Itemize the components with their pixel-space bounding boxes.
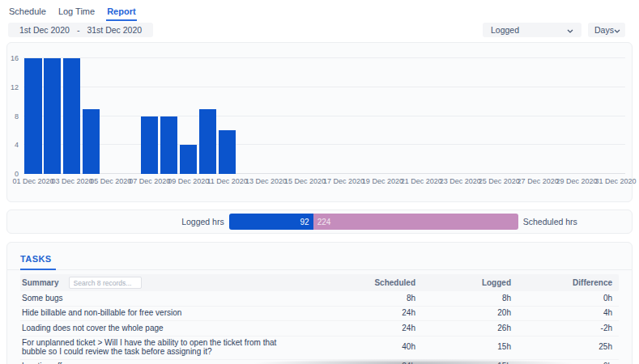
tab-tasks[interactable]: TASKS <box>20 254 56 270</box>
x-axis-tick-label: 05 Dec 2020 <box>90 177 131 185</box>
logged-cell: 26h <box>422 324 518 333</box>
task-summary-cell: For unplanned ticket > Will I have the a… <box>20 339 333 356</box>
difference-cell: -2h <box>518 324 619 333</box>
bar-slot <box>101 58 121 174</box>
logged-segment: 92 <box>229 214 313 230</box>
tab-report[interactable]: Report <box>106 6 136 21</box>
controls-row: 1st Dec 2020 - 31st Dec 2020 Logged Days <box>8 23 625 37</box>
bar-slot <box>470 58 489 174</box>
date-range-picker[interactable]: 1st Dec 2020 - 31st Dec 2020 <box>8 23 153 37</box>
table-row[interactable]: Log timeoff24h15h9h <box>20 360 619 364</box>
table-row[interactable]: Some bugs8h8h0h <box>20 291 619 307</box>
y-axis-tick-label: 16 <box>11 55 19 62</box>
difference-cell: 0h <box>518 294 619 303</box>
x-axis-tick-label: 07 Dec 2020 <box>129 177 170 185</box>
y-axis-tick-label: 8 <box>15 112 19 120</box>
bar-slot <box>82 58 101 174</box>
unit-select-value: Days <box>594 25 614 35</box>
task-summary-cell: Some bugs <box>20 294 333 303</box>
logged-hours-chart-panel: 0481216 01 Dec 202003 Dec 202005 Dec 202… <box>6 42 633 202</box>
x-axis-labels: 01 Dec 202003 Dec 202005 Dec 202007 Dec … <box>23 177 625 186</box>
bar-slot <box>334 58 354 174</box>
hours-progress-bar: 92 224 <box>229 214 518 230</box>
bar-slot <box>43 58 62 174</box>
column-header-summary: Summary <box>22 278 59 287</box>
x-axis-tick-label: 23 Dec 2020 <box>440 177 481 185</box>
chevron-down-icon <box>567 25 573 35</box>
difference-cell: 4h <box>518 309 619 318</box>
bar-slot <box>276 58 296 174</box>
plot-area: 0481216 <box>23 58 625 174</box>
filter-controls: Logged Days <box>483 23 625 37</box>
scheduled-cell: 8h <box>333 294 422 303</box>
bar-slot <box>431 58 450 174</box>
top-tab-bar: Schedule Log Time Report <box>0 0 639 21</box>
x-axis-tick-label: 01 Dec 2020 <box>12 177 53 185</box>
table-row[interactable]: Hide billable and non-billable for free … <box>20 307 619 322</box>
x-axis-tick-label: 31 Dec 2020 <box>594 177 636 185</box>
bar-slot <box>373 58 392 174</box>
hours-summary-panel: Logged hrs 92 224 Scheduled hrs <box>6 210 633 234</box>
tasks-table-header: Summary Scheduled Logged Difference <box>20 274 619 291</box>
bar-slot <box>179 58 198 174</box>
scheduled-value: 224 <box>317 218 331 226</box>
bars-layer <box>23 58 625 174</box>
scheduled-cell: 24h <box>333 309 422 318</box>
bar-01 Dec 2020 <box>24 58 41 174</box>
unit-select[interactable]: Days <box>588 23 625 37</box>
task-summary-cell: Loading does not cover the whole page <box>20 324 333 333</box>
bar-slot <box>606 58 625 174</box>
difference-cell: 25h <box>518 343 619 352</box>
table-row[interactable]: Loading does not cover the whole page24h… <box>20 321 619 336</box>
hours-progress-group: Logged hrs 92 224 Scheduled hrs <box>181 214 577 230</box>
bar-slot <box>296 58 315 174</box>
date-range-start: 1st Dec 2020 <box>19 25 70 35</box>
column-header-scheduled: Scheduled <box>333 278 422 287</box>
table-row[interactable]: For unplanned ticket > Will I have the a… <box>20 336 619 360</box>
task-summary-cell: Hide billable and non-billable for free … <box>20 309 333 318</box>
x-axis-tick-label: 25 Dec 2020 <box>479 177 520 185</box>
bar-slot <box>140 58 160 174</box>
tasks-panel: TASKS Summary Scheduled Logged Differenc… <box>6 242 633 364</box>
bar-slot <box>528 58 547 174</box>
tab-log-time[interactable]: Log Time <box>58 6 96 21</box>
bar-slot <box>257 58 276 174</box>
date-range-end: 31st Dec 2020 <box>87 25 142 35</box>
bar-slot <box>121 58 140 174</box>
y-axis-tick-label: 4 <box>15 142 19 149</box>
metric-select-value: Logged <box>491 25 519 35</box>
tasks-tab-row: TASKS <box>7 243 632 270</box>
x-axis-tick-label: 29 Dec 2020 <box>556 177 598 185</box>
scheduled-hrs-label: Scheduled hrs <box>523 217 577 226</box>
bar-slot <box>392 58 411 174</box>
x-axis-tick-label: 13 Dec 2020 <box>245 177 287 185</box>
logged-hrs-label: Logged hrs <box>181 217 224 226</box>
bar-slot <box>198 58 218 174</box>
bar-slot <box>547 58 567 174</box>
bar-08 Dec 2020 <box>160 116 177 175</box>
bar-03 Dec 2020 <box>63 58 80 174</box>
column-header-logged: Logged <box>422 278 518 287</box>
x-axis-tick-label: 27 Dec 2020 <box>518 177 559 185</box>
date-range-separator: - <box>77 25 80 35</box>
bar-04 Dec 2020 <box>83 109 100 174</box>
bar-slot <box>411 58 431 174</box>
x-axis-tick-label: 11 Dec 2020 <box>207 177 247 185</box>
bar-slot <box>160 58 179 174</box>
scheduled-segment: 224 <box>313 214 518 230</box>
scheduled-cell: 40h <box>333 343 422 352</box>
bar-slot <box>450 58 470 174</box>
bar-slot <box>567 58 586 174</box>
search-input[interactable] <box>69 277 142 289</box>
bar-slot <box>489 58 509 174</box>
bar-slot <box>23 58 43 174</box>
bar-02 Dec 2020 <box>44 58 61 174</box>
logged-cell: 20h <box>422 309 518 318</box>
tab-schedule[interactable]: Schedule <box>8 6 47 21</box>
bar-11 Dec 2020 <box>219 130 236 174</box>
x-axis-tick-label: 19 Dec 2020 <box>362 177 403 185</box>
metric-select[interactable]: Logged <box>483 23 581 37</box>
x-axis-tick-label: 17 Dec 2020 <box>323 177 364 185</box>
logged-cell: 8h <box>422 294 518 303</box>
tasks-table-body: Some bugs8h8h0hHide billable and non-bil… <box>20 291 619 364</box>
